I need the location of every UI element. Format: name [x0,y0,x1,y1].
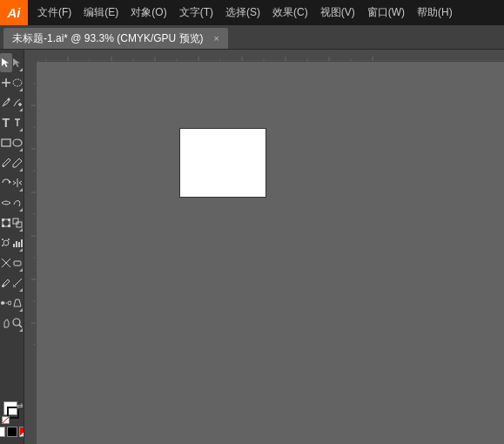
menu-effect[interactable]: 效果(C) [266,0,314,25]
mini-swatches [0,427,24,437]
selection-tool[interactable] [0,53,12,72]
swatch-white[interactable] [0,427,5,437]
svg-point-20 [3,240,9,246]
ruler-corner [24,50,37,62]
svg-marker-1 [13,58,20,67]
svg-rect-26 [18,242,20,247]
menu-file[interactable]: 文件(F) [31,0,77,25]
eyedropper-tool-group [0,273,24,293]
toolbars: T [0,50,24,444]
menu-select[interactable]: 选择(S) [219,0,266,25]
lasso-tool[interactable] [12,73,24,92]
vertical-type-tool[interactable] [12,113,24,132]
pen-tool[interactable] [0,93,12,112]
menu-bar: 文件(F) 编辑(E) 对象(O) 文字(T) 选择(S) 效果(C) 视图(V… [28,0,504,25]
selection-tool-group [0,53,24,72]
direct-selection-tool[interactable] [12,53,24,72]
swap-icon[interactable]: ⇄ [17,401,24,410]
width-tool-group [0,193,24,212]
svg-point-5 [7,98,10,101]
perspective-tool[interactable] [12,293,24,313]
reflect-tool[interactable] [12,173,24,192]
transform-tool-group [0,213,24,232]
svg-marker-37 [14,299,21,306]
svg-point-38 [13,319,20,326]
free-transform-tool[interactable] [0,213,12,232]
add-anchor-tool[interactable] [12,93,24,112]
svg-point-22 [8,239,10,240]
svg-rect-17 [8,225,10,227]
svg-point-35 [8,301,11,305]
svg-rect-30 [14,261,21,266]
pencil-tool[interactable] [12,153,24,172]
wand-tool-group [0,73,24,92]
column-graph-tool[interactable] [12,233,24,252]
slice-tool-group [0,253,24,272]
menu-window[interactable]: 窗口(W) [361,0,411,25]
menu-text[interactable]: 文字(T) [173,0,219,25]
main-area: T [0,50,504,444]
rotate-tool[interactable] [0,173,12,192]
svg-rect-25 [16,241,17,247]
svg-point-4 [13,79,22,86]
type-tool-group: T [0,113,24,132]
zoom-tool[interactable] [12,313,24,333]
svg-line-39 [19,325,22,327]
hand-tool-group [0,313,24,333]
rectangle-tool[interactable] [0,133,12,152]
ellipse-tool[interactable] [12,133,24,152]
hand-tool[interactable] [0,313,12,333]
shape-builder-tool[interactable] [12,213,24,232]
swatch-black[interactable] [7,427,17,437]
type-tool[interactable]: T [0,113,12,132]
menu-object[interactable]: 对象(O) [124,0,172,25]
tab-close-button[interactable]: × [214,33,219,44]
menu-help[interactable]: 帮助(H) [411,0,459,25]
svg-point-21 [2,239,3,240]
svg-rect-8 [2,139,10,146]
brush-tool-group [0,153,24,172]
svg-rect-24 [13,244,15,247]
svg-point-23 [2,245,3,246]
eyedropper-tool[interactable] [0,273,12,293]
svg-rect-16 [2,225,4,227]
canvas-area[interactable] [24,50,504,444]
svg-marker-0 [2,58,9,67]
svg-point-9 [13,139,22,146]
ruler-vertical [24,62,37,444]
svg-rect-27 [21,239,23,247]
none-icon[interactable] [2,416,10,424]
measure-tool[interactable] [12,273,24,293]
svg-rect-14 [2,219,4,221]
fill-stroke-area[interactable]: ⇄ [0,401,24,424]
paintbrush-tool[interactable] [0,153,12,172]
ai-logo: Ai [0,0,28,25]
tabbar: 未标题-1.ai* @ 93.3% (CMYK/GPU 预览) × [0,25,504,50]
menu-view[interactable]: 视图(V) [314,0,361,25]
svg-rect-18 [13,219,18,224]
blend-tool-group [0,293,24,313]
magic-wand-tool[interactable] [0,73,12,92]
tab-label: 未标题-1.ai* @ 93.3% (CMYK/GPU 预览) [12,31,204,46]
titlebar: Ai 文件(F) 编辑(E) 对象(O) 文字(T) 选择(S) 效果(C) 视… [0,0,504,25]
svg-rect-15 [8,219,10,221]
svg-point-31 [2,285,4,287]
pen-tool-group [0,93,24,112]
warp-tool[interactable] [12,193,24,212]
slice-tool[interactable] [0,253,12,272]
svg-marker-11 [9,180,11,184]
rotate-tool-group [0,173,24,192]
svg-rect-19 [17,222,22,227]
svg-point-34 [1,301,4,305]
symbol-sprayer-tool[interactable] [0,233,12,252]
artboard [179,128,266,198]
width-tool[interactable] [0,193,12,212]
shape-tool-group [0,133,24,152]
document-tab[interactable]: 未标题-1.ai* @ 93.3% (CMYK/GPU 预览) × [3,28,228,49]
type-icon: T [2,116,10,130]
color-area: ⇄ [0,400,24,441]
eraser-tool[interactable] [12,253,24,272]
symbol-tool-group [0,233,24,252]
menu-edit[interactable]: 编辑(E) [77,0,124,25]
blend-tool[interactable] [0,293,12,313]
